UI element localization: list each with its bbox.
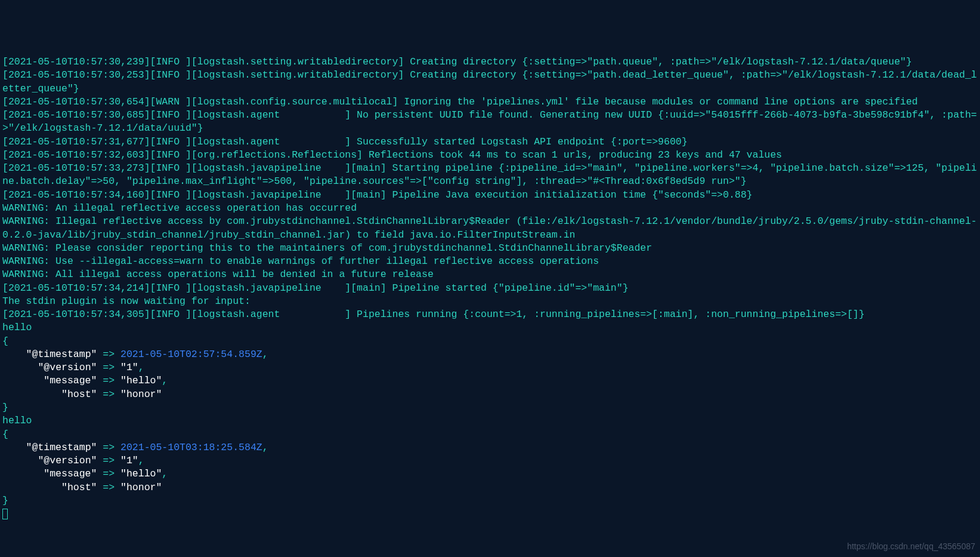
open-brace: { <box>2 429 8 440</box>
version-value: "1" <box>120 455 138 466</box>
log-line: [2021-05-10T10:57:30,239][INFO ][logstas… <box>2 56 912 67</box>
host-key: "host" <box>61 482 97 493</box>
timestamp-value: 2021-05-10T03:18:25.584Z <box>120 442 262 453</box>
log-line: The stdin plugin is now waiting for inpu… <box>2 296 251 307</box>
log-line: [2021-05-10T10:57:30,654][WARN ][logstas… <box>2 96 918 107</box>
comma: , <box>162 468 168 479</box>
version-key: "@version" <box>38 362 97 373</box>
log-line: WARNING: All illegal access operations w… <box>2 269 434 280</box>
cursor-icon <box>2 509 8 519</box>
comma: , <box>262 442 268 453</box>
timestamp-key: "@timestamp" <box>26 349 97 360</box>
host-value: "honor" <box>120 389 162 400</box>
timestamp-key: "@timestamp" <box>26 442 97 453</box>
watermark-text: https://blog.csdn.net/qq_43565087 <box>847 541 975 552</box>
message-value: "hello" <box>120 375 162 386</box>
arrow: => <box>97 362 120 373</box>
message-key: "message" <box>44 375 97 386</box>
version-key: "@version" <box>38 455 97 466</box>
log-line: WARNING: Please consider reporting this … <box>2 242 652 254</box>
comma: , <box>138 455 144 466</box>
stdin-input: hello <box>2 322 32 333</box>
version-value: "1" <box>120 362 138 373</box>
arrow: => <box>97 375 120 386</box>
host-key: "host" <box>61 389 97 400</box>
close-brace: } <box>2 402 8 413</box>
terminal-output[interactable]: [2021-05-10T10:57:30,239][INFO ][logstas… <box>2 56 978 521</box>
stdin-input: hello <box>2 415 32 426</box>
log-line: [2021-05-10T10:57:31,677][INFO ][logstas… <box>2 136 688 147</box>
open-brace: { <box>2 336 8 347</box>
timestamp-value: 2021-05-10T02:57:54.859Z <box>120 349 262 360</box>
arrow: => <box>97 455 120 466</box>
message-key: "message" <box>44 468 97 479</box>
log-line: [2021-05-10T10:57:30,685][INFO ][logstas… <box>2 109 977 134</box>
log-line: WARNING: Use --illegal-access=warn to en… <box>2 256 599 267</box>
host-value: "honor" <box>120 482 162 493</box>
log-line: WARNING: Illegal reflective access by co… <box>2 216 977 240</box>
comma: , <box>262 349 268 360</box>
comma: , <box>162 375 168 386</box>
arrow: => <box>97 468 120 479</box>
arrow: => <box>97 482 120 493</box>
log-line: [2021-05-10T10:57:32,603][INFO ][org.ref… <box>2 149 782 161</box>
log-line: [2021-05-10T10:57:30,253][INFO ][logstas… <box>2 69 977 94</box>
log-line: [2021-05-10T10:57:34,160][INFO ][logstas… <box>2 189 753 201</box>
log-line: [2021-05-10T10:57:33,273][INFO ][logstas… <box>2 162 977 187</box>
arrow: => <box>97 389 120 400</box>
comma: , <box>138 362 144 373</box>
log-line: [2021-05-10T10:57:34,214][INFO ][logstas… <box>2 282 629 294</box>
arrow: => <box>97 349 120 360</box>
log-line: WARNING: An illegal reflective access op… <box>2 202 357 214</box>
log-line: [2021-05-10T10:57:34,305][INFO ][logstas… <box>2 309 865 320</box>
message-value: "hello" <box>120 468 162 479</box>
close-brace: } <box>2 495 8 506</box>
arrow: => <box>97 442 120 453</box>
